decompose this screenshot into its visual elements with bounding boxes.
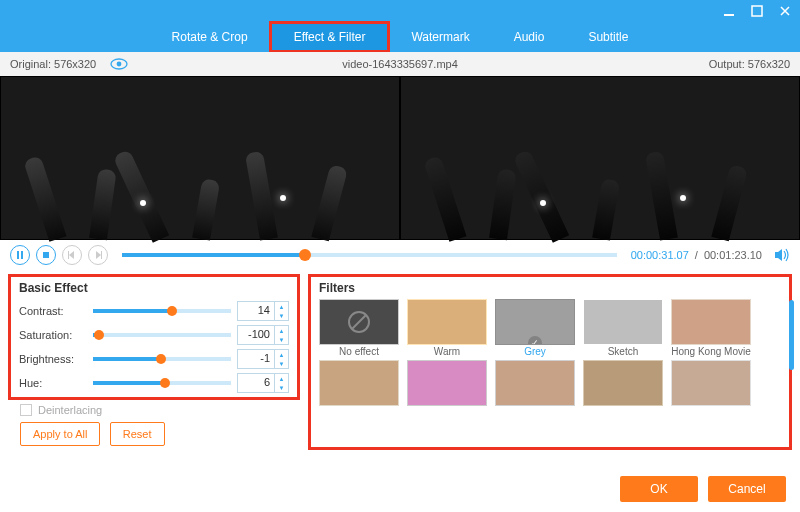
- preview-area: [0, 76, 800, 240]
- contrast-stepper[interactable]: 14▲▼: [237, 301, 289, 321]
- hue-slider[interactable]: [93, 381, 231, 385]
- svg-rect-5: [21, 251, 23, 259]
- contrast-label: Contrast:: [19, 305, 87, 317]
- saturation-slider[interactable]: [93, 333, 231, 337]
- timeline-slider[interactable]: [122, 253, 617, 257]
- preview-original: [0, 76, 400, 240]
- saturation-stepper[interactable]: -100▲▼: [237, 325, 289, 345]
- brightness-stepper[interactable]: -1▲▼: [237, 349, 289, 369]
- filter-thumb-grey[interactable]: ✓Grey: [495, 299, 575, 357]
- transport-bar: 00:00:31.07/00:01:23.10: [0, 240, 800, 270]
- basic-effect-panel: Basic Effect Contrast: 14▲▼ Saturation: …: [8, 274, 300, 400]
- tab-watermark[interactable]: Watermark: [389, 22, 491, 52]
- svg-rect-7: [68, 251, 69, 259]
- filename-label: video-1643335697.mp4: [342, 58, 458, 70]
- original-size-label: Original: 576x320: [10, 58, 96, 70]
- close-icon[interactable]: [778, 4, 792, 18]
- hue-stepper[interactable]: 6▲▼: [237, 373, 289, 393]
- svg-rect-4: [17, 251, 19, 259]
- svg-rect-1: [752, 6, 762, 16]
- deinterlacing-checkbox[interactable]: Deinterlacing: [20, 404, 288, 416]
- stop-button[interactable]: [36, 245, 56, 265]
- filter-thumb-no-effect[interactable]: No effect: [319, 299, 399, 357]
- filter-thumb-warm[interactable]: Warm: [407, 299, 487, 357]
- svg-rect-0: [724, 14, 734, 16]
- next-frame-button: [88, 245, 108, 265]
- time-total: 00:01:23.10: [704, 249, 762, 261]
- svg-line-10: [352, 315, 366, 329]
- svg-rect-6: [43, 252, 49, 258]
- contrast-slider[interactable]: [93, 309, 231, 313]
- filter-thumb-more-2[interactable]: [495, 360, 575, 406]
- saturation-label: Saturation:: [19, 329, 87, 341]
- apply-to-all-button[interactable]: Apply to All: [20, 422, 100, 446]
- filters-title: Filters: [319, 281, 781, 295]
- volume-icon[interactable]: [774, 248, 790, 262]
- title-bar: [0, 0, 800, 22]
- filter-thumb-sketch[interactable]: Sketch: [583, 299, 663, 357]
- svg-rect-8: [101, 251, 102, 259]
- prev-frame-button: [62, 245, 82, 265]
- tab-effect-filter[interactable]: Effect & Filter: [269, 21, 391, 53]
- time-sep: /: [695, 249, 698, 261]
- preview-toggle-icon[interactable]: [110, 58, 128, 70]
- filter-thumb-hong-kong-movie[interactable]: Hong Kong Movie: [671, 299, 751, 357]
- filter-thumb-more-1[interactable]: [407, 360, 487, 406]
- ok-button[interactable]: OK: [620, 476, 698, 502]
- maximize-icon[interactable]: [750, 4, 764, 18]
- brightness-label: Brightness:: [19, 353, 87, 365]
- tab-subtitle[interactable]: Subtitle: [566, 22, 650, 52]
- cancel-button[interactable]: Cancel: [708, 476, 786, 502]
- filter-thumb-more-3[interactable]: [583, 360, 663, 406]
- pause-button[interactable]: [10, 245, 30, 265]
- basic-effect-title: Basic Effect: [19, 281, 289, 295]
- filter-thumb-more-0[interactable]: [319, 360, 399, 406]
- hue-label: Hue:: [19, 377, 87, 389]
- tab-audio[interactable]: Audio: [492, 22, 567, 52]
- output-size-label: Output: 576x320: [709, 58, 790, 70]
- tab-rotate-crop[interactable]: Rotate & Crop: [150, 22, 270, 52]
- reset-button[interactable]: Reset: [110, 422, 165, 446]
- filter-thumb-more-4[interactable]: [671, 360, 751, 406]
- time-current: 00:00:31.07: [631, 249, 689, 261]
- brightness-slider[interactable]: [93, 357, 231, 361]
- filters-panel: Filters No effectWarm✓GreySketchHong Kon…: [308, 274, 792, 450]
- minimize-icon[interactable]: [722, 4, 736, 18]
- scroll-indicator[interactable]: [789, 300, 794, 370]
- preview-output: [400, 76, 800, 240]
- svg-point-3: [117, 62, 122, 67]
- info-bar: Original: 576x320 video-1643335697.mp4 O…: [0, 52, 800, 76]
- tab-bar: Rotate & Crop Effect & Filter Watermark …: [0, 22, 800, 52]
